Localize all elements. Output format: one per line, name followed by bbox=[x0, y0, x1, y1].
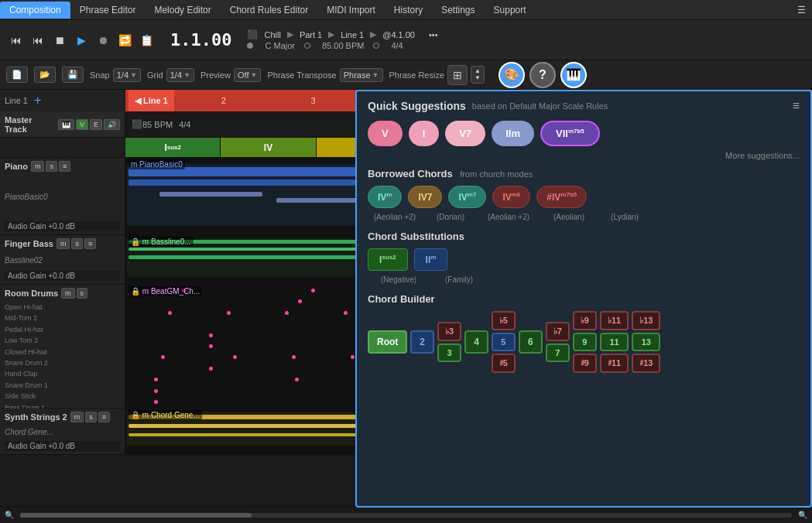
menu-tab-melody-editor[interactable]: Melody Editor bbox=[145, 2, 220, 19]
cb-s5[interactable]: ♯5 bbox=[492, 354, 516, 373]
rewind-button[interactable]: ⏮ bbox=[29, 32, 46, 49]
menu-tab-chord-rules[interactable]: Chord Rules Editor bbox=[221, 2, 317, 19]
breadcrumb-line1[interactable]: Line 1 bbox=[341, 30, 364, 39]
suggestions-menu-btn[interactable]: ≡ bbox=[793, 99, 800, 113]
cb-b9[interactable]: ♭9 bbox=[573, 311, 597, 330]
snap-select[interactable]: 1/4 ▼ bbox=[113, 68, 141, 82]
cb-13[interactable]: 13 bbox=[632, 333, 660, 351]
new-btn[interactable]: 📄 bbox=[6, 67, 28, 83]
new-file-button[interactable]: ⏮ bbox=[8, 32, 25, 49]
loop-button[interactable]: 🔁 bbox=[116, 32, 133, 49]
drums-kit-items: Open Hi-hat Mid-Tom 2 Pedal Hi-hat Low T… bbox=[5, 302, 120, 424]
cb-5[interactable]: 5 bbox=[492, 333, 516, 351]
strings-m-btn[interactable]: m bbox=[70, 412, 84, 422]
chord-iv[interactable]: IV bbox=[221, 138, 316, 157]
menu-tab-support[interactable]: Support bbox=[485, 2, 536, 19]
phrase-resize-up[interactable]: ▲ ▼ bbox=[471, 66, 485, 84]
cb-b11[interactable]: ♭11 bbox=[600, 311, 629, 330]
bass-m-btn[interactable]: m bbox=[57, 238, 70, 249]
snap-value: 1/4 bbox=[117, 70, 128, 80]
scroll-bar[interactable] bbox=[20, 513, 792, 518]
more-suggestions-link[interactable]: More suggestions... bbox=[357, 151, 810, 165]
phrase-transpose-select[interactable]: Phrase ▼ bbox=[340, 68, 383, 82]
cb-9[interactable]: 9 bbox=[573, 333, 597, 351]
master-midi-btn[interactable]: 🎹 bbox=[58, 119, 74, 130]
transport-more[interactable]: ••• bbox=[429, 30, 438, 39]
drum-snare1: Snare Drum 1 bbox=[5, 380, 120, 391]
phrase-resize-btn[interactable]: ⊞ bbox=[447, 65, 468, 85]
sub-isus2[interactable]: Isus2 bbox=[368, 248, 408, 271]
quick-chord-v[interactable]: V bbox=[368, 121, 403, 146]
menu-tab-settings[interactable]: Settings bbox=[432, 2, 484, 19]
borrowed-chord-row: IVm IV7 IVm7 IVm6 #IVm7b5 bbox=[357, 181, 810, 213]
quick-chord-i[interactable]: I bbox=[409, 121, 440, 146]
borrowed-ivm6[interactable]: IVm6 bbox=[492, 186, 530, 208]
cb-root[interactable]: Root bbox=[368, 330, 407, 354]
drums-s-btn[interactable]: s bbox=[77, 288, 88, 299]
menu-tab-phrase-editor[interactable]: Phrase Editor bbox=[70, 2, 146, 19]
breadcrumb-row: ⬛ Chill ▶ Part 1 ▶ Line 1 ▶ @4.1.00 ••• bbox=[247, 29, 437, 39]
cb-b7[interactable]: ♭7 bbox=[546, 322, 570, 341]
drums-m-btn[interactable]: m bbox=[61, 288, 75, 299]
preview-select[interactable]: Off ▼ bbox=[234, 68, 261, 82]
bass-s-btn[interactable]: s bbox=[71, 238, 83, 249]
play-button[interactable]: ▶ bbox=[73, 32, 90, 49]
master-e-btn[interactable]: E bbox=[90, 119, 102, 130]
transport-key[interactable]: C Major bbox=[265, 41, 295, 50]
quick-chord-viim7b5[interactable]: VIIm7b5 bbox=[540, 121, 600, 146]
menu-tab-composition[interactable]: Composition bbox=[0, 2, 70, 19]
master-v-btn[interactable]: V bbox=[76, 119, 88, 130]
open-btn[interactable]: 📂 bbox=[34, 67, 56, 83]
strings-s-btn[interactable]: s bbox=[85, 412, 97, 422]
piano-m-btn[interactable]: m bbox=[31, 161, 45, 172]
cb-s13[interactable]: ♯13 bbox=[632, 354, 660, 373]
menu-tab-midi-import[interactable]: MIDI Import bbox=[317, 2, 385, 19]
cb-6[interactable]: 6 bbox=[519, 330, 543, 354]
transport-controls: ⏮ ⏮ ⏹ ▶ ⏺ 🔁 📋 bbox=[8, 32, 155, 49]
save-btn[interactable]: 💾 bbox=[62, 67, 84, 83]
label-aeolian2b: (Aeolian +2) bbox=[479, 213, 538, 221]
cb-7[interactable]: 7 bbox=[546, 344, 570, 362]
stop-button[interactable]: ⏹ bbox=[51, 32, 68, 49]
timeline-add-button[interactable]: + bbox=[34, 94, 41, 108]
cb-4[interactable]: 4 bbox=[464, 330, 488, 354]
drum-snare2: Snare Drum 2 bbox=[5, 357, 120, 368]
sub-iim[interactable]: IIm bbox=[414, 248, 448, 271]
borrowed-ivm7[interactable]: IVm7 bbox=[448, 186, 486, 208]
borrowed-ivm[interactable]: IVm bbox=[368, 186, 402, 208]
bass-e-btn[interactable]: ≡ bbox=[84, 238, 96, 249]
cb-b5[interactable]: ♭5 bbox=[492, 311, 516, 330]
question-button[interactable]: ? bbox=[529, 62, 556, 88]
breadcrumb-chill[interactable]: Chill bbox=[264, 30, 280, 39]
breadcrumb-part1[interactable]: Part 1 bbox=[300, 30, 322, 39]
palette-button[interactable]: 🎨 bbox=[499, 62, 525, 88]
cb-b3[interactable]: ♭3 bbox=[437, 322, 461, 341]
chord-isus2[interactable]: Isus2 bbox=[125, 138, 221, 157]
grid-select[interactable]: 1/4 ▼ bbox=[166, 68, 194, 82]
label-aeolian: (Aeolian) bbox=[544, 213, 594, 221]
cb-2[interactable]: 2 bbox=[410, 330, 434, 354]
piano-s-btn[interactable]: s bbox=[46, 161, 57, 172]
transport-bpm[interactable]: 85.00 BPM bbox=[322, 41, 364, 50]
borrowed-sharp-ivm7b5[interactable]: #IVm7b5 bbox=[536, 186, 587, 208]
menu-tab-history[interactable]: History bbox=[385, 2, 432, 19]
cb-11[interactable]: 11 bbox=[600, 333, 629, 351]
cb-3[interactable]: 3 bbox=[437, 344, 461, 362]
borrowed-section: Borrowed Chords from church modes bbox=[357, 165, 810, 181]
record-button[interactable]: ⏺ bbox=[94, 32, 111, 49]
quick-chord-v7[interactable]: V7 bbox=[445, 121, 485, 146]
master-speaker-btn[interactable]: 🔊 bbox=[104, 119, 120, 130]
cb-s11[interactable]: ♯11 bbox=[600, 354, 629, 373]
settings-icon[interactable]: ☰ bbox=[791, 2, 812, 19]
punch-button[interactable]: 📋 bbox=[138, 32, 155, 49]
piano-button[interactable]: 🎹 bbox=[560, 62, 587, 88]
borrowed-iv7[interactable]: IV7 bbox=[408, 186, 442, 208]
bass-audio-gain: Audio Gain +0.0 dB bbox=[5, 271, 120, 281]
bass-track-name: Finger Bass bbox=[5, 239, 53, 248]
quick-chord-iim[interactable]: IIm bbox=[492, 121, 534, 146]
cb-b13[interactable]: ♭13 bbox=[632, 311, 660, 330]
strings-e-btn[interactable]: ≡ bbox=[98, 412, 110, 422]
cb-s9[interactable]: ♯9 bbox=[573, 354, 597, 373]
suggestions-title: Quick Suggestions bbox=[368, 100, 466, 112]
piano-e-btn[interactable]: ≡ bbox=[59, 161, 70, 172]
